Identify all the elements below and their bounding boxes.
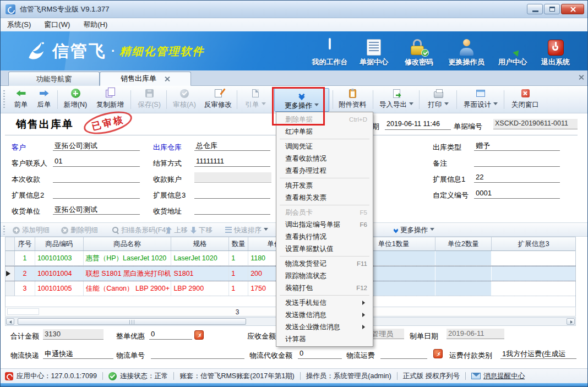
menu-item-logistics-register[interactable]: 物流发货登记F11 <box>276 258 373 270</box>
menu-item-view-voucher[interactable]: 调阅凭证 <box>276 140 373 152</box>
col-spec[interactable]: 规格 <box>171 237 229 250</box>
brand-name: 信管飞 <box>52 40 107 63</box>
discount-action-icon[interactable] <box>194 330 204 340</box>
menu-item-view-process[interactable]: 查看办理过程 <box>276 165 373 177</box>
maximize-button[interactable] <box>544 4 560 14</box>
close-window-button[interactable]: 关闭窗口 <box>507 88 543 112</box>
move-down-button[interactable]: 下移 <box>190 225 213 235</box>
menu-system[interactable]: 系统(S) <box>1 18 37 31</box>
col-seq[interactable]: 序号 <box>15 237 35 250</box>
col-code[interactable]: 商品编码 <box>35 237 84 250</box>
menu-item-delete-doc[interactable]: 删除单据Ctrl+D <box>276 113 373 126</box>
audit-button[interactable]: 审核(A) <box>169 88 200 112</box>
freight-type-label: 运费付款类别 <box>449 351 492 361</box>
menu-item-calculator[interactable]: 计算器 <box>276 333 373 345</box>
scan-barcode-button[interactable]: 扫描条形码(F4) <box>112 225 168 235</box>
message-center-link[interactable]: 消息提醒中心 <box>483 372 525 381</box>
freight-field[interactable] <box>380 348 427 359</box>
delete-row-button[interactable]: 删除明细 <box>61 225 98 235</box>
menu-help[interactable]: 帮助(H) <box>77 18 114 31</box>
banner-item-doc-center[interactable]: 单据中心 <box>354 37 394 68</box>
banner-item-switch-operator[interactable]: 更换操作员 <box>442 37 491 68</box>
menu-item-track-logistics[interactable]: 跟踪物流状态 <box>276 270 373 282</box>
menu-item-member-card[interactable]: 刷会员卡F5 <box>276 206 373 219</box>
ext1-label: 扩展信息1 <box>433 175 465 184</box>
next-doc-button[interactable]: 后单 <box>32 88 56 112</box>
scrollbar-thumb[interactable] <box>18 318 246 325</box>
col-qty[interactable]: 数量 <box>229 237 248 250</box>
menu-item-packing[interactable]: 装箱打包F12 <box>276 282 373 294</box>
ext2-field[interactable] <box>53 188 140 199</box>
save-button[interactable]: 保存(S) <box>134 88 165 112</box>
doc-no-label: 单据编号 <box>454 122 482 132</box>
settlement-field[interactable]: 11111111 <box>194 156 270 167</box>
banner-item-workbench[interactable]: 我的工作台 <box>309 37 351 68</box>
logistics-label: 物流快递 <box>10 351 39 361</box>
minimize-button[interactable] <box>527 4 543 14</box>
attachments-button[interactable]: 附件资料 <box>335 88 369 112</box>
address-field[interactable] <box>194 204 270 215</box>
banner-item-user-center[interactable]: 用户中心 <box>492 37 533 68</box>
tab-function-nav[interactable]: 功能导航窗 <box>8 72 100 86</box>
menu-item-view-payment-status[interactable]: 查看收款情况 <box>276 152 373 165</box>
print-button[interactable]: 打印 <box>422 88 454 112</box>
close-button[interactable] <box>561 4 584 14</box>
remark-field[interactable] <box>474 156 560 167</box>
panel-close-icon[interactable] <box>578 74 584 80</box>
col-ext3[interactable]: 扩展信息3 <box>492 237 575 250</box>
menu-item-load-by-number[interactable]: 调出指定编号单据F6 <box>276 219 373 231</box>
ui-design-button[interactable]: 界面设计 <box>460 88 502 112</box>
menu-item-view-execution[interactable]: 查看执行情况 <box>276 231 373 243</box>
import-export-button[interactable]: 导入导出 <box>376 88 417 112</box>
menu-item-view-invoices[interactable]: 查看相关发票 <box>276 192 373 204</box>
import-export-icon <box>393 89 400 98</box>
freight-type-field[interactable]: 1我方付运费(生成运 <box>500 348 576 359</box>
more-operations-button[interactable]: 更多操作 <box>274 88 329 112</box>
envelope-icon <box>471 373 481 379</box>
menu-item-send-sms[interactable]: 发送手机短信 <box>276 297 373 309</box>
copy-new-button[interactable]: 复制新增 <box>92 88 128 112</box>
window-design-icon <box>476 90 485 97</box>
freight-action-icon[interactable] <box>433 349 443 358</box>
ext1-field[interactable]: 22 <box>474 172 560 183</box>
banner-item-change-password[interactable]: 修改密码 <box>398 37 440 68</box>
tab-sales-outbound[interactable]: 销售出库单 <box>100 72 191 86</box>
remark-label: 备注 <box>433 159 447 168</box>
logistics-field[interactable]: 申通快递 <box>43 348 113 359</box>
col-name[interactable]: 商品名称 <box>84 237 172 250</box>
ext3-field[interactable] <box>194 188 270 199</box>
banner-item-exit-system[interactable]: 退出系统 <box>533 37 578 68</box>
scroll-left-icon[interactable] <box>6 318 14 325</box>
scroll-right-icon[interactable] <box>567 318 575 325</box>
pull-doc-button[interactable]: 引单 <box>239 88 271 112</box>
plus-circle-icon <box>71 89 80 98</box>
menu-item-set-defaults[interactable]: 设置单据默认值 <box>276 243 373 255</box>
customer-field[interactable]: 亚拓公司测试 <box>53 140 140 151</box>
menu-item-red-reverse[interactable]: 红冲单据 <box>276 126 373 138</box>
outbound-type-field[interactable]: 赠予 <box>474 140 560 151</box>
prev-doc-button[interactable]: 前单 <box>9 88 32 112</box>
brand-logo-icon <box>25 39 49 63</box>
new-doc-button[interactable]: 新增(N) <box>60 88 91 112</box>
tracking-no-field[interactable] <box>151 348 244 359</box>
menu-window[interactable]: 窗口(W) <box>37 18 77 31</box>
cod-amount-field[interactable]: 0 <box>298 348 342 359</box>
menu-item-send-work-wechat[interactable]: 发送企业微信消息 <box>276 321 373 333</box>
col-unit2-qty[interactable]: 单位2数量 <box>435 237 492 250</box>
floppy-save-icon <box>145 89 154 97</box>
contact-field[interactable]: 01 <box>53 156 140 167</box>
menu-item-fill-invoice[interactable]: 填开发票 <box>276 179 373 192</box>
unaudit-edit-button[interactable]: 反审修改 <box>201 88 235 112</box>
date-field[interactable]: 2019-06-11 11:46 <box>385 119 451 130</box>
payment-field[interactable] <box>53 172 140 183</box>
quick-sort-button[interactable]: 快速排序 <box>225 225 268 235</box>
tab-close-icon[interactable] <box>164 76 170 82</box>
receiver-field[interactable]: 亚拓公司测试 <box>53 204 140 215</box>
discount-field[interactable]: 0 <box>149 329 192 340</box>
move-up-button[interactable]: 上移 <box>166 225 188 235</box>
detail-more-operations-button[interactable]: 更多操作 <box>394 225 434 235</box>
warehouse-field[interactable]: 总仓库 <box>194 140 270 151</box>
menu-item-send-wechat[interactable]: 发送微信消息 <box>276 309 373 321</box>
custom-no-field[interactable]: 0001 <box>474 188 560 199</box>
add-row-button[interactable]: 添加明细 <box>13 225 50 235</box>
